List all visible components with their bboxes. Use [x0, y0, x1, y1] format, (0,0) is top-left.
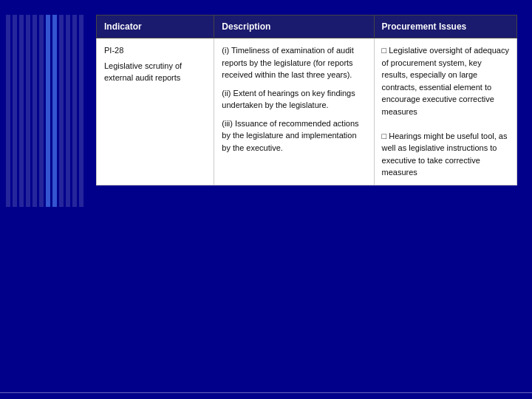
- stripe-6: [39, 15, 44, 207]
- stripe-7: [59, 15, 64, 207]
- stripe-2: [13, 15, 17, 207]
- header-description: Description: [214, 16, 374, 38]
- stripe-4: [26, 15, 30, 207]
- procurement-issues-text: □ Legislative oversight of adequacy of p…: [382, 44, 509, 117]
- left-decoration: [0, 0, 96, 399]
- cell-description: (i) Timeliness of examination of audit r…: [214, 38, 374, 185]
- table-row: PI-28 Legislative scrutiny of external a…: [97, 38, 517, 185]
- stripe-1: [6, 15, 10, 207]
- description-item-1: (i) Timeliness of examination of audit r…: [222, 44, 366, 81]
- cell-procurement-issues: □ Legislative oversight of adequacy of p…: [374, 38, 516, 185]
- cell-indicator: PI-28 Legislative scrutiny of external a…: [97, 38, 214, 185]
- indicator-id: PI-28: [104, 44, 206, 57]
- procurement-issues-text-2: □ Hearings might be useful tool, as well…: [382, 130, 509, 179]
- stripe-accent-1: [46, 15, 50, 207]
- indicator-name: Legislative scrutiny of external audit r…: [104, 60, 206, 84]
- stripe-accent-2: [52, 15, 57, 207]
- table-header-row: Indicator Description Procurement Issues: [97, 16, 517, 38]
- header-procurement-issues: Procurement Issues: [374, 16, 516, 38]
- bottom-line: [0, 392, 532, 393]
- header-indicator: Indicator: [97, 16, 214, 38]
- description-item-2: (ii) Extent of hearings on key findings …: [222, 87, 366, 112]
- stripe-10: [79, 15, 83, 207]
- stripe-3: [19, 15, 24, 207]
- stripe-9: [72, 15, 77, 207]
- stripe-8: [66, 15, 70, 207]
- main-content: Indicator Description Procurement Issues…: [96, 15, 517, 384]
- description-item-3: (iii) Issuance of recommended actions by…: [222, 117, 366, 154]
- data-table: Indicator Description Procurement Issues…: [96, 15, 517, 185]
- stripe-5: [33, 15, 37, 207]
